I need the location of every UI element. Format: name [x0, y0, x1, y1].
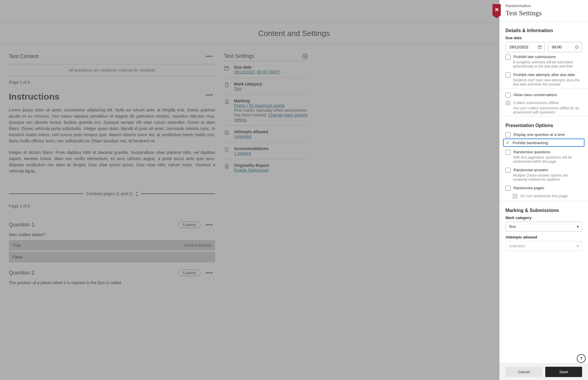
chevron-down-icon: ▾ — [577, 244, 579, 248]
randomise-answers-checkbox[interactable]: Randomise answers — [505, 165, 582, 173]
due-date-label: Due date — [505, 36, 582, 40]
due-time-input[interactable] — [548, 42, 582, 52]
randomise-questions-help: With test pagination, questions will be … — [513, 155, 582, 164]
save-button[interactable]: Save — [545, 367, 582, 377]
details-section-heading: Details & Information — [505, 28, 582, 33]
panel-breadcrumb: Randomisation — [505, 4, 582, 8]
cancel-button[interactable]: Cancel — [505, 367, 542, 377]
clock-icon[interactable] — [575, 45, 579, 49]
mark-category-label: Mark category — [505, 216, 582, 220]
attempts-allowed-label: Attempts allowed — [505, 235, 582, 239]
mark-category-select[interactable]: Test ▾ — [505, 222, 582, 231]
randomise-answers-help: Multiple Choice answer options are rando… — [513, 173, 582, 182]
svg-rect-3 — [538, 46, 541, 48]
collect-offline-checkbox: Collect submissions offline — [505, 98, 582, 106]
close-icon[interactable]: ✕ — [493, 4, 501, 15]
allow-conversations-checkbox[interactable]: Allow class conversations — [505, 90, 582, 98]
marking-section-heading: Marking & Submissions — [505, 208, 582, 213]
help-icon[interactable]: ? — [577, 354, 586, 363]
attempts-allowed-select[interactable]: Unlimited ▾ — [505, 241, 582, 251]
chevron-down-icon: ▾ — [577, 224, 579, 229]
display-one-checkbox[interactable]: Display one question at a time — [505, 130, 582, 138]
collect-offline-help: You can't collect submissions offline fo… — [513, 106, 582, 114]
prohibit-backtracking-checkbox[interactable]: ✓ Prohibit backtracking — [503, 139, 584, 147]
no-randomise-first-checkbox: Do not randomise first page — [505, 191, 582, 199]
panel-title: Test Settings — [505, 9, 582, 17]
presentation-section-heading: Presentation Options — [505, 123, 582, 128]
randomise-pages-checkbox[interactable]: Randomise pages — [505, 183, 582, 191]
prohibit-late-checkbox[interactable]: Prohibit late submissions — [505, 52, 582, 60]
prohibit-new-help: Students can't start new attempts once t… — [513, 78, 582, 86]
prohibit-late-help: In-progress attempts will be submitted a… — [513, 60, 582, 68]
randomise-questions-checkbox[interactable]: Randomise questions — [505, 147, 582, 155]
due-date-input[interactable] — [505, 42, 545, 52]
prohibit-new-checkbox[interactable]: Prohibit new attempts after due date — [505, 70, 582, 78]
calendar-icon[interactable] — [538, 45, 542, 49]
